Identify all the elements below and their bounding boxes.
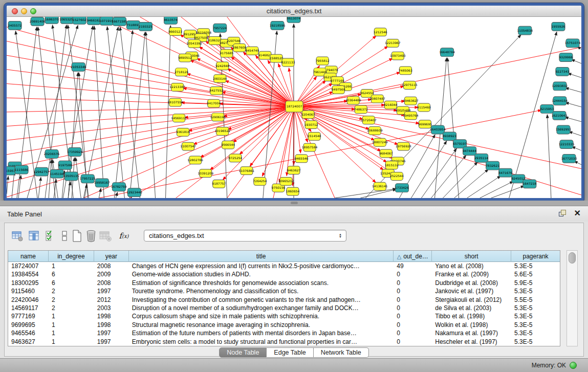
graph-node-label: 16772030	[561, 157, 577, 160]
graph-node-label: 7832621	[486, 164, 499, 167]
network-table-select[interactable]: citations_edges.txt ▲▼	[144, 230, 346, 242]
tab-edge-table[interactable]: Edge Table	[267, 347, 313, 358]
network-canvas[interactable]: 1872400724055722069140616863701065325715…	[7, 17, 581, 198]
function-builder-icon[interactable]: f(x)	[117, 229, 130, 243]
splitter-grip-icon[interactable]	[291, 202, 298, 204]
cell-title: Estimation of the future numbers of pati…	[129, 329, 394, 337]
table-row[interactable]: 946554611997Estimation of the future num…	[8, 329, 560, 337]
tab-node-table[interactable]: Node Table	[219, 347, 267, 358]
graph-edge	[547, 115, 551, 198]
graph-edge	[568, 73, 581, 78]
cell-out_de: 0	[394, 279, 432, 287]
graph-node-label: 16671585	[112, 19, 127, 23]
select-rows-icon[interactable]	[43, 229, 57, 243]
table-row[interactable]: 2242004622012Investigating the contribut…	[8, 296, 560, 304]
graph-node-label: 12923446	[126, 190, 142, 194]
table-row[interactable]: 1456911722003Disruption of a novel membe…	[8, 304, 560, 312]
cell-in_degree: 1	[49, 312, 94, 320]
table-row[interactable]: 1830029562008Estimation of significance …	[8, 279, 560, 287]
cell-pagerank: 5.3E-5	[511, 312, 560, 320]
cell-pagerank: 5.3E-5	[511, 262, 560, 270]
table-row[interactable]: 977716911998Corpus callosum shape and si…	[8, 312, 560, 320]
table-row[interactable]: 946362711997Embryonic stem cells: a mode…	[8, 338, 560, 346]
graph-node-label: 8660123	[168, 30, 182, 33]
combo-arrows-icon: ▲▼	[336, 233, 344, 238]
column-header-short[interactable]: short	[432, 251, 511, 262]
table-row[interactable]: 1872400712008Changes of HCN gene express…	[8, 262, 560, 270]
graph-node-label: 3624554	[360, 91, 374, 95]
scrollbar-thumb[interactable]	[569, 252, 576, 264]
show-table-options-icon[interactable]	[11, 229, 24, 243]
create-new-column-icon[interactable]	[70, 229, 83, 243]
graph-node-label: 19756928	[396, 144, 411, 148]
close-panel-icon[interactable]: ✕	[574, 209, 581, 217]
cell-year: 2003	[94, 304, 129, 312]
cell-in_degree: 6	[49, 270, 94, 278]
cell-title: Genome-wide association studies in ADHD.	[129, 270, 394, 278]
cell-short: Dudbridge et al. (2008)	[432, 279, 511, 287]
network-window: citations_edges.txt 18724007240557220691…	[4, 3, 584, 201]
cell-title: Structural magnetic resonance image aver…	[129, 321, 394, 329]
graph-node-label: 2718126	[175, 70, 188, 74]
graph-node-label: 9777169	[331, 79, 344, 82]
graph-edge	[565, 102, 581, 107]
graph-edge	[447, 58, 459, 198]
graph-edge	[99, 188, 101, 198]
cell-year: 1997	[94, 329, 129, 337]
table-row[interactable]: 1938455462009Genome-wide association stu…	[8, 270, 560, 278]
graph-node-label: 6579197	[453, 142, 467, 145]
table-row[interactable]: 969969511998Structural magnetic resonanc…	[8, 321, 560, 329]
column-header-title[interactable]: title	[129, 251, 394, 262]
column-header-year[interactable]: year	[94, 251, 129, 262]
column-header-name[interactable]: name	[8, 251, 49, 262]
graph-node-label: 7957224	[213, 26, 227, 30]
cell-out_de: 0	[394, 304, 432, 312]
panel-splitter[interactable]	[0, 201, 588, 206]
cell-pagerank: 5.3E-5	[511, 329, 560, 337]
graph-node-label: 9417004	[207, 101, 221, 105]
graph-node-label: 12213967	[385, 41, 401, 45]
float-panel-icon[interactable]	[559, 209, 567, 217]
graph-node-label: 16648784	[439, 50, 455, 54]
cell-year: 2012	[94, 296, 129, 304]
graph-node-label: 9465546	[295, 157, 309, 160]
graph-node-label: 1860654	[286, 189, 300, 193]
graph-node-label: 1733426	[395, 186, 409, 189]
fit-columns-icon[interactable]	[58, 229, 71, 243]
minimize-window-button[interactable]	[21, 8, 27, 14]
graph-node-label: 1955926	[552, 25, 565, 28]
close-window-button[interactable]	[12, 8, 18, 14]
cell-out_de: 0	[394, 296, 432, 304]
column-header-in_degree[interactable]: in_degree	[49, 251, 94, 262]
delete-columns-icon[interactable]	[84, 229, 98, 243]
graph-node-label: 19958167	[94, 181, 110, 184]
table-panel: Table Panel ✕	[0, 206, 588, 358]
graph-node-label: 21053346	[71, 65, 86, 69]
graph-node-label: 9750156	[272, 186, 286, 189]
table-vertical-scrollbar[interactable]	[567, 250, 578, 346]
graph-node-label: 7961448	[313, 70, 327, 74]
graph-node-label: 2522544	[390, 174, 404, 178]
graph-node-label: 18107554	[167, 100, 183, 104]
graph-node-label: 8938923	[443, 134, 456, 138]
show-column-selector-icon[interactable]	[27, 229, 40, 243]
column-header-out_de[interactable]: △out_de…	[394, 251, 432, 262]
graph-node-label: 9827509	[194, 36, 208, 39]
network-canvas-container: 1872400724055722069140616863701065325715…	[7, 17, 581, 198]
cell-short: Jankovic et al. (1997)	[432, 287, 511, 295]
graph-node-label: 19218596	[270, 24, 286, 27]
cell-name: 9777169	[8, 312, 49, 320]
graph-node-label: 1145194	[50, 172, 64, 176]
graph-node-label: 9329966	[559, 55, 573, 59]
cell-year: 1998	[94, 321, 129, 329]
graph-node-label: 8613074	[287, 17, 301, 20]
graph-node-label: 12942757	[34, 170, 50, 173]
tab-network-table[interactable]: Network Table	[314, 347, 369, 358]
column-header-pagerank[interactable]: pagerank	[511, 251, 560, 262]
table-row[interactable]: 911546021997Tourette syndrome. Phenomeno…	[8, 287, 560, 295]
zoom-window-button[interactable]	[30, 8, 36, 14]
cell-short: Stergiakouli et al. (2012)	[432, 296, 511, 304]
memory-ok-icon[interactable]	[570, 362, 577, 369]
network-window-titlebar[interactable]: citations_edges.txt	[7, 6, 581, 17]
cell-out_de: 0	[394, 329, 432, 337]
